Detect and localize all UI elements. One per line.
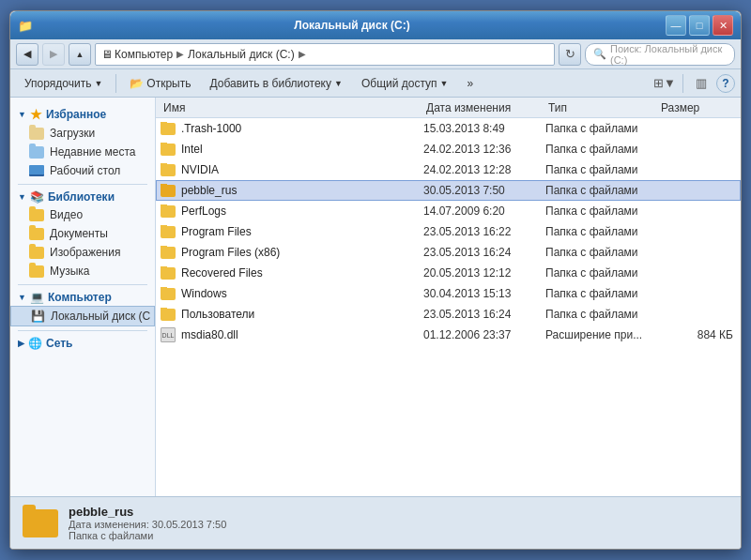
- table-row[interactable]: Program Files (x86) 23.05.2013 16:24 Пап…: [156, 242, 741, 263]
- file-name: .Trash-1000: [161, 122, 423, 135]
- minimize-button[interactable]: —: [666, 15, 686, 36]
- table-row[interactable]: DLL msdia80.dll 01.12.2006 23:37 Расшире…: [156, 325, 741, 345]
- sidebar-item-local-disk[interactable]: 💾 Локальный диск (С: [10, 306, 155, 326]
- file-type: Папка с файлами: [545, 308, 658, 321]
- file-name: Program Files: [161, 225, 423, 238]
- table-row[interactable]: pebble_rus 30.05.2013 7:50 Папка с файла…: [156, 180, 741, 201]
- sidebar-item-downloads[interactable]: Загрузки: [10, 124, 155, 143]
- images-folder-icon: [29, 245, 44, 260]
- file-area: Имя Дата изменения Тип Размер .Trash-100…: [156, 98, 741, 496]
- status-folder-icon: [22, 505, 59, 542]
- address-bar: ◀ ▶ ▲ 🖥 Компьютер ▶ Локальный диск (C:) …: [10, 39, 741, 69]
- file-date: 01.12.2006 23:37: [423, 328, 545, 341]
- file-list: .Trash-1000 15.03.2013 8:49 Папка с файл…: [156, 118, 741, 496]
- file-name: Пользователи: [161, 308, 423, 321]
- close-button[interactable]: ✕: [713, 15, 733, 36]
- sidebar-item-video[interactable]: Видео: [10, 205, 155, 224]
- file-date: 24.02.2013 12:36: [423, 143, 545, 156]
- title-bar: 📁 Локальный диск (C:) — □ ✕: [10, 11, 741, 39]
- music-folder-icon: [29, 264, 44, 279]
- refresh-button[interactable]: ↻: [559, 43, 581, 66]
- sidebar-section-libraries: ▼ 📚 Библиотеки Видео Документы Изображен…: [10, 189, 155, 280]
- chevron-right-icon-net: ▶: [18, 339, 24, 348]
- toolbar-separator-2: [682, 74, 683, 93]
- view-dropdown-button[interactable]: ⊞▼: [653, 72, 676, 95]
- up-button[interactable]: ▲: [69, 43, 91, 66]
- file-icon: [161, 309, 176, 321]
- address-field[interactable]: 🖥 Компьютер ▶ Локальный диск (C:) ▶: [95, 43, 555, 66]
- status-info: pebble_rus Дата изменения: 30.05.2013 7:…: [69, 505, 226, 541]
- table-row[interactable]: Intel 24.02.2013 12:36 Папка с файлами: [156, 139, 741, 159]
- table-row[interactable]: .Trash-1000 15.03.2013 8:49 Папка с файл…: [156, 118, 741, 139]
- sidebar-item-music[interactable]: Музыка: [10, 262, 155, 280]
- chevron-down-icon-comp: ▼: [18, 293, 26, 302]
- table-row[interactable]: Windows 30.04.2013 15:13 Папка с файлами: [156, 283, 741, 304]
- column-headers: Имя Дата изменения Тип Размер: [156, 98, 741, 118]
- table-row[interactable]: Пользователи 23.05.2013 16:24 Папка с фа…: [156, 304, 741, 325]
- desktop-icon: [29, 163, 44, 178]
- file-icon: [161, 205, 176, 218]
- forward-button[interactable]: ▶: [42, 43, 65, 66]
- file-name: Recovered Files: [161, 266, 423, 280]
- sidebar-section-computer: ▼ 💻 Компьютер 💾 Локальный диск (С: [10, 289, 155, 326]
- file-icon: [161, 267, 176, 280]
- add-to-library-button[interactable]: Добавить в библиотеку ▼: [201, 72, 350, 95]
- column-header-type[interactable]: Тип: [544, 101, 657, 114]
- more-button[interactable]: »: [458, 72, 482, 95]
- organize-button[interactable]: Упорядочить ▼: [16, 72, 111, 95]
- window-controls: — □ ✕: [666, 15, 733, 36]
- table-row[interactable]: NVIDIA 24.02.2013 12:28 Папка с файлами: [156, 159, 741, 180]
- status-bar: pebble_rus Дата изменения: 30.05.2013 7:…: [10, 496, 741, 549]
- sidebar-header-network[interactable]: ▶ 🌐 Сеть: [10, 335, 155, 352]
- file-size: 884 КБ: [658, 328, 733, 341]
- file-icon: [161, 164, 176, 176]
- file-date: 23.05.2013 16:24: [423, 246, 545, 259]
- open-icon: 📂: [130, 77, 144, 90]
- main-content: ▼ ★ Избранное Загрузки Недавние места Ра…: [10, 98, 741, 496]
- sidebar-divider-2: [18, 284, 147, 285]
- maximize-button[interactable]: □: [689, 15, 710, 36]
- share-button[interactable]: Общий доступ ▼: [353, 72, 457, 95]
- open-button[interactable]: 📂 Открыть: [121, 72, 199, 95]
- column-header-date[interactable]: Дата изменения: [422, 101, 544, 114]
- preview-pane-button[interactable]: ▥: [690, 72, 713, 95]
- help-button[interactable]: ?: [716, 74, 735, 93]
- chevron-down-icon-3: ▼: [440, 79, 449, 88]
- computer-icon: 💻: [30, 291, 44, 304]
- sidebar-header-favorites[interactable]: ▼ ★ Избранное: [10, 105, 155, 124]
- video-folder-icon: [29, 207, 44, 222]
- sidebar-header-computer[interactable]: ▼ 💻 Компьютер: [10, 289, 155, 306]
- file-type: Папка с файлами: [545, 163, 658, 176]
- file-date: 30.04.2013 15:13: [423, 287, 545, 300]
- breadcrumb: 🖥 Компьютер ▶ Локальный диск (C:) ▶: [101, 48, 308, 61]
- sidebar-item-documents[interactable]: Документы: [10, 224, 155, 243]
- file-type: Папка с файлами: [545, 143, 658, 156]
- table-row[interactable]: Program Files 23.05.2013 16:22 Папка с ф…: [156, 221, 741, 242]
- back-button[interactable]: ◀: [16, 43, 38, 66]
- file-date: 30.05.2013 7:50: [423, 184, 545, 197]
- file-name: NVIDIA: [161, 163, 423, 176]
- file-name: DLL msdia80.dll: [161, 327, 423, 342]
- file-name: PerfLogs: [161, 204, 423, 218]
- view-controls: ⊞▼ ▥ ?: [653, 72, 735, 95]
- search-placeholder: Поиск: Локальный диск (C:): [610, 43, 727, 66]
- sidebar-section-network: ▶ 🌐 Сеть: [10, 335, 155, 352]
- sidebar-item-images[interactable]: Изображения: [10, 243, 155, 262]
- column-header-size[interactable]: Размер: [657, 101, 732, 114]
- sidebar: ▼ ★ Избранное Загрузки Недавние места Ра…: [10, 98, 156, 496]
- search-box[interactable]: 🔍 Поиск: Локальный диск (C:): [585, 43, 735, 66]
- status-detail1: Дата изменения: 30.05.2013 7:50: [69, 519, 226, 530]
- chevron-down-icon-2: ▼: [334, 79, 343, 88]
- file-icon: [161, 288, 176, 300]
- downloads-folder-icon: [29, 126, 44, 141]
- column-header-name[interactable]: Имя: [160, 101, 422, 114]
- hdd-icon: 💾: [30, 309, 45, 324]
- search-icon: 🔍: [593, 48, 606, 60]
- file-icon: DLL: [161, 327, 176, 342]
- table-row[interactable]: PerfLogs 14.07.2009 6:20 Папка с файлами: [156, 201, 741, 221]
- table-row[interactable]: Recovered Files 20.05.2013 12:12 Папка с…: [156, 263, 741, 283]
- sidebar-item-desktop[interactable]: Рабочий стол: [10, 161, 155, 180]
- file-date: 23.05.2013 16:24: [423, 308, 545, 321]
- sidebar-header-libraries[interactable]: ▼ 📚 Библиотеки: [10, 189, 155, 205]
- sidebar-item-recent[interactable]: Недавние места: [10, 143, 155, 161]
